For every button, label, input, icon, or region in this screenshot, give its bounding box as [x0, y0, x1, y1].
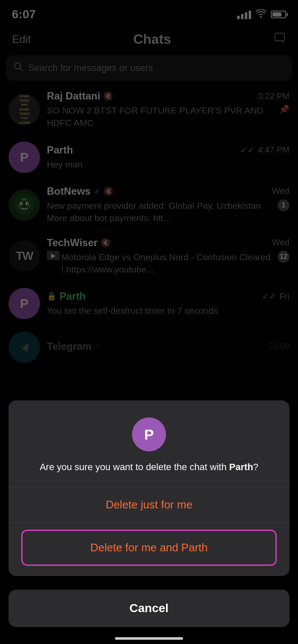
dialog-overlay[interactable]: P Are you sure you want to delete the ch… [0, 0, 298, 644]
cancel-button[interactable]: Cancel [9, 590, 289, 627]
delete-for-both-button[interactable]: Delete for me and Parth [21, 530, 277, 566]
cancel-sheet: Cancel [9, 590, 289, 627]
dialog-confirm-text: Are you sure you want to delete the chat… [40, 460, 258, 474]
dialog-sheet: P Are you sure you want to delete the ch… [9, 400, 289, 576]
delete-just-me-button[interactable]: Delete just for me [9, 487, 289, 522]
home-indicator [115, 637, 183, 640]
dialog-avatar: P [132, 417, 166, 451]
dialog-body: P Are you sure you want to delete the ch… [9, 400, 289, 487]
